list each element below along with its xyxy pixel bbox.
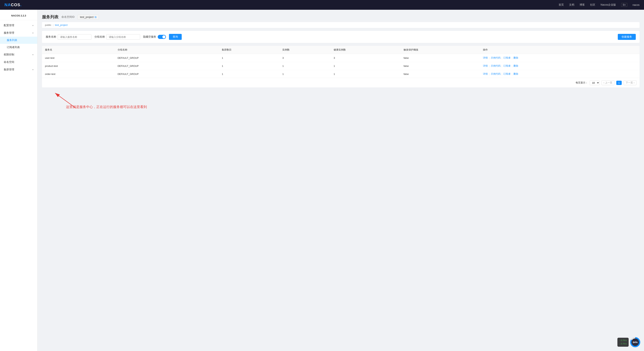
sidebar-item-namespace[interactable]: 命名空间 [0, 58, 37, 66]
action-example-code[interactable]: 示例代码 [491, 56, 500, 59]
table-body: user-test DEFAULT_GROUP 1 3 3 false 详情 |… [42, 54, 640, 78]
create-service-button[interactable]: 创建服务 [618, 34, 636, 40]
col-service-name: 服务名 [42, 46, 115, 54]
action-example-code[interactable]: 示例代码 [491, 64, 500, 68]
group-name-label: 分组名称 [94, 35, 105, 38]
cell-cluster-count: 1 [219, 70, 280, 78]
nav-community[interactable]: 社区 [590, 3, 595, 6]
breadcrumb-public[interactable]: public [45, 23, 51, 26]
nav-docs[interactable]: 文档 [569, 3, 574, 6]
col-cluster-count: 集群数目 [219, 46, 280, 54]
service-name-filter: 服务名称 [46, 34, 92, 40]
sidebar-item-permission-ctrl[interactable]: 权限控制 ▾ [0, 51, 37, 58]
service-name-input[interactable] [58, 34, 92, 40]
cell-group-name: DEFAULT_GROUP [115, 70, 219, 78]
sidebar-item-service-mgmt[interactable]: 服务管理 ▾ [0, 29, 37, 37]
group-name-input[interactable] [106, 34, 140, 40]
action-sep-3: | [512, 56, 512, 59]
nav-enterprise[interactable]: Nacos企业版 [600, 3, 616, 6]
logo: NACOS. [4, 2, 22, 7]
breadcrumb: public | test_project [42, 22, 640, 28]
cell-instance-count: 1 [279, 70, 330, 78]
nav-user: nacos [632, 3, 640, 6]
filter-bar: 服务名称 分组名称 隐藏空服务 查询 创建服务 [42, 31, 640, 43]
action-sep-1: | [489, 65, 490, 67]
speed-widget: ↑ 0.7K/s ↓ 0.7K/s 84% [618, 337, 640, 347]
action-sep-2: | [502, 65, 502, 67]
col-group-name: 分组名称 [115, 46, 219, 54]
hide-empty-toggle[interactable] [158, 35, 166, 39]
col-actions: 操作 [480, 46, 640, 54]
table-row: user-test DEFAULT_GROUP 1 3 3 false 详情 |… [42, 54, 640, 62]
percent-value: 84% [633, 341, 638, 344]
cell-group-name: DEFAULT_GROUP [115, 62, 219, 70]
cell-instance-count: 3 [279, 54, 330, 62]
sidebar-item-config-mgmt[interactable]: 配置管理 ▾ [0, 22, 37, 29]
action-subscriber[interactable]: 订阅者 [503, 72, 511, 76]
table-row: product-test DEFAULT_GROUP 1 1 1 false 详… [42, 62, 640, 70]
breadcrumb-test-project[interactable]: test_project [55, 23, 68, 26]
copy-icon[interactable]: ⧉ [94, 15, 96, 19]
service-table: 服务名 分组名称 集群数目 实例数 健康实例数 触发保护阈值 操作 user-t… [42, 46, 640, 78]
action-subscriber[interactable]: 订阅者 [503, 56, 511, 59]
action-delete[interactable]: 删除 [514, 56, 518, 59]
table-row: order-test DEFAULT_GROUP 1 1 1 false 详情 … [42, 70, 640, 78]
per-page-select[interactable]: 10 20 50 [590, 80, 600, 85]
cell-protect-threshold: false [401, 70, 480, 78]
nav-home[interactable]: 首页 [558, 3, 564, 6]
cell-protect-threshold: false [401, 62, 480, 70]
prev-page-button[interactable]: ‹ 上一页 [602, 80, 614, 85]
col-instance-count: 实例数 [279, 46, 330, 54]
nav-blog[interactable]: 博客 [580, 3, 585, 6]
next-page-button[interactable]: 下一页 › [624, 80, 636, 85]
cell-service-name: product-test [42, 62, 115, 70]
table-section: 服务名 分组名称 集群数目 实例数 健康实例数 触发保护阈值 操作 user-t… [42, 46, 640, 114]
sidebar-item-service-list[interactable]: 服务列表 [0, 37, 37, 44]
upload-speed: ↑ 0.7K/s [619, 339, 627, 342]
top-nav: NACOS. 首页 文档 博客 社区 Nacos企业版 En nacos [0, 0, 644, 10]
cell-healthy-count: 1 [330, 62, 401, 70]
action-sep-3: | [512, 73, 512, 75]
action-detail[interactable]: 详情 [483, 72, 488, 76]
cell-protect-threshold: false [401, 54, 480, 62]
chevron-down-icon: ▾ [32, 24, 34, 27]
sidebar-item-subscriber-list[interactable]: 订阅者列表 [0, 44, 37, 51]
action-sep-2: | [502, 56, 502, 59]
namespace-value: test_project [80, 15, 94, 18]
chevron-down-icon: ▾ [32, 32, 34, 34]
layout: NACOS 2.2.3 配置管理 ▾ 服务管理 ▾ 服务列表 订阅者列表 权限控… [0, 10, 644, 351]
sidebar-item-cluster-mgmt[interactable]: 集群管理 ▾ [0, 66, 37, 73]
download-speed: ↓ 0.7K/s [619, 342, 627, 346]
group-name-filter: 分组名称 [94, 34, 140, 40]
sidebar: NACOS 2.2.3 配置管理 ▾ 服务管理 ▾ 服务列表 订阅者列表 权限控… [0, 10, 38, 351]
table-header-row: 服务名 分组名称 集群数目 实例数 健康实例数 触发保护阈值 操作 [42, 46, 640, 54]
action-sep-3: | [512, 65, 512, 67]
per-page-label: 每页显示： [576, 81, 588, 84]
page-header: 服务列表 命名空间ID test_project ⧉ [42, 14, 640, 20]
action-detail[interactable]: 详情 [483, 64, 488, 68]
annotation-area: 这里就是服务中心，正在运行的服务都可以在这里看到 [42, 87, 640, 114]
pagination-bar: 每页显示： 10 20 50 ‹ 上一页 1 下一页 › [42, 78, 640, 87]
breadcrumb-separator: | [53, 23, 54, 26]
cell-cluster-count: 1 [219, 62, 280, 70]
lang-button[interactable]: En [621, 3, 627, 7]
main-content: 服务列表 命名空间ID test_project ⧉ public | test… [38, 10, 644, 351]
arrow-annotation [53, 87, 166, 114]
cell-actions: 详情 | 示例代码 | 订阅者 | 删除 [480, 70, 640, 78]
action-example-code[interactable]: 示例代码 [491, 72, 500, 76]
action-sep-2: | [502, 73, 502, 75]
action-delete[interactable]: 删除 [514, 64, 518, 68]
circle-inner: 84% [632, 339, 639, 346]
action-detail[interactable]: 详情 [483, 56, 488, 59]
cell-instance-count: 1 [279, 62, 330, 70]
page-title: 服务列表 [42, 14, 58, 20]
action-delete[interactable]: 删除 [514, 72, 518, 76]
toggle-slider [158, 35, 166, 39]
cell-actions: 详情 | 示例代码 | 订阅者 | 删除 [480, 54, 640, 62]
query-button[interactable]: 查询 [169, 34, 182, 40]
action-subscriber[interactable]: 订阅者 [503, 64, 511, 68]
hide-empty-label: 隐藏空服务 [143, 35, 156, 38]
page-1-button[interactable]: 1 [616, 81, 622, 85]
chevron-down-icon: ▾ [32, 68, 34, 71]
nav-links: 首页 文档 博客 社区 Nacos企业版 En nacos [558, 3, 640, 7]
